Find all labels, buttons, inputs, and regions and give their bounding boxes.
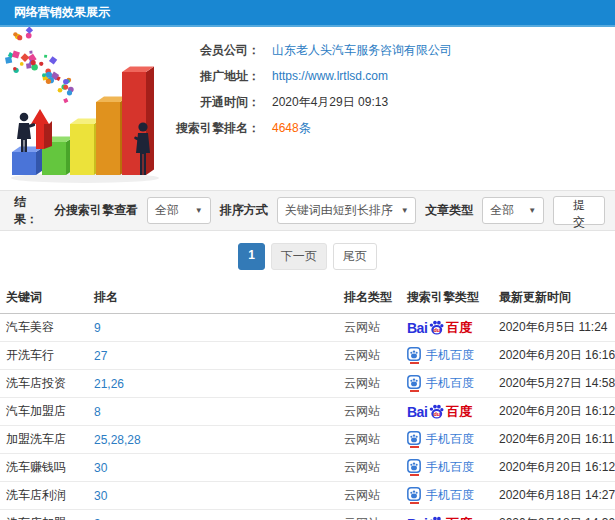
- keyword-cell: 洗车店投资: [0, 370, 90, 398]
- submit-button[interactable]: 提交: [553, 196, 605, 225]
- result-label: 结果：: [14, 194, 50, 228]
- engine-cell: Baidu百度: [403, 510, 495, 520]
- article-type-value: 全部: [490, 202, 514, 219]
- updated-cell: 2020年5月27日 14:58: [495, 370, 615, 398]
- rank-type-cell: 云网站: [340, 370, 403, 398]
- table-row[interactable]: 洗车店投资 21,26 云网站 手机百度 2020年5月27日 14:58: [0, 370, 615, 398]
- rank-type-cell: 云网站: [340, 314, 403, 342]
- engine-filter-select[interactable]: 全部 ▼: [147, 197, 211, 224]
- arrow-up-icon: [31, 109, 52, 149]
- rank-cell[interactable]: 30: [90, 454, 340, 482]
- header-keyword: 关键词: [0, 281, 90, 314]
- sort-filter-select[interactable]: 关键词由短到长排序 ▼: [277, 197, 417, 224]
- table-row[interactable]: 洗车赚钱吗 30 云网站 手机百度 2020年6月20日 16:12: [0, 454, 615, 482]
- keyword-cell: 洗车店利润: [0, 482, 90, 510]
- keyword-cell: 洗车赚钱吗: [0, 454, 90, 482]
- header-engine-type: 搜索引擎类型: [403, 281, 495, 314]
- baidu-logo: Baidu百度: [407, 515, 472, 520]
- article-type-label: 文章类型: [425, 202, 473, 219]
- rank-count-unit: 条: [299, 121, 311, 135]
- rank-cell[interactable]: 3: [90, 510, 340, 520]
- sort-filter-value: 关键词由短到长排序: [285, 202, 393, 219]
- info-section: 会员公司：山东老人头汽车服务咨询有限公司推广地址：https://www.lrt…: [0, 27, 615, 190]
- rank-type-cell: 云网站: [340, 426, 403, 454]
- table-row[interactable]: 开洗车行 27 云网站 手机百度 2020年6月20日 16:16: [0, 342, 615, 370]
- engine-cell: 手机百度: [403, 426, 495, 454]
- chevron-down-icon: ▼: [528, 206, 536, 215]
- sort-filter-label: 排序方式: [220, 202, 268, 219]
- mobile-baidu-paw-icon: [407, 431, 421, 445]
- pagination-page-1[interactable]: 1: [238, 243, 265, 270]
- rank-cell[interactable]: 9: [90, 314, 340, 342]
- engine-cell: 手机百度: [403, 482, 495, 510]
- rank-type-cell: 云网站: [340, 510, 403, 520]
- mobile-baidu-paw-icon: [407, 347, 421, 361]
- engine-filter-label: 分搜索引擎查看: [54, 202, 138, 219]
- info-row: 开通时间：2020年4月29日 09:13: [165, 89, 615, 115]
- info-label: 推广地址：: [165, 68, 260, 85]
- engine-cell: 手机百度: [403, 454, 495, 482]
- engine-filter-value: 全部: [155, 202, 179, 219]
- mobile-baidu-logo: 手机百度: [407, 459, 474, 476]
- baidu-paw-icon: du: [428, 515, 445, 520]
- rank-cell[interactable]: 27: [90, 342, 340, 370]
- rank-cell[interactable]: 30: [90, 482, 340, 510]
- pagination-last-button[interactable]: 尾页: [333, 243, 377, 270]
- page: 网络营销效果展示: [0, 0, 615, 520]
- info-row: 推广地址：https://www.lrtlsd.com: [165, 63, 615, 89]
- info-row: 会员公司：山东老人头汽车服务咨询有限公司: [165, 37, 615, 63]
- mobile-baidu-paw-icon: [407, 375, 421, 389]
- keyword-cell: 开洗车行: [0, 342, 90, 370]
- table-row[interactable]: 汽车美容 9 云网站 Baidu百度 2020年6月5日 11:24: [0, 314, 615, 342]
- table-header-row: 关键词 排名 排名类型 搜索引擎类型 最新更新时间: [0, 281, 615, 314]
- bar-chart-illustration: [0, 27, 165, 187]
- header-rank-type: 排名类型: [340, 281, 403, 314]
- mobile-baidu-paw-icon: [407, 459, 421, 473]
- svg-text:du: du: [434, 327, 441, 333]
- updated-cell: 2020年6月18日 14:27: [495, 482, 615, 510]
- updated-cell: 2020年6月18日 14:30: [495, 510, 615, 520]
- updated-cell: 2020年6月20日 16:16: [495, 342, 615, 370]
- mobile-baidu-logo: 手机百度: [407, 431, 474, 448]
- table-row[interactable]: 洗车店加盟 3 云网站 Baidu百度 2020年6月18日 14:30: [0, 510, 615, 520]
- table-row[interactable]: 汽车加盟店 8 云网站 Baidu百度 2020年6月20日 16:12: [0, 398, 615, 426]
- info-value: 4648条: [272, 120, 311, 137]
- page-header: 网络营销效果展示: [0, 0, 615, 27]
- article-type-select[interactable]: 全部 ▼: [482, 197, 544, 224]
- mobile-baidu-logo: 手机百度: [407, 375, 474, 392]
- info-value: 2020年4月29日 09:13: [272, 94, 388, 111]
- baidu-logo: Baidu百度: [407, 319, 472, 337]
- rank-cell[interactable]: 25,28,28: [90, 426, 340, 454]
- keyword-ranking-table: 关键词 排名 排名类型 搜索引擎类型 最新更新时间 汽车美容 9 云网站 Bai…: [0, 281, 615, 520]
- businessman-left: [17, 113, 36, 152]
- filter-bar: 结果： 分搜索引擎查看 全部 ▼ 排序方式 关键词由短到长排序 ▼ 文章类型 全…: [0, 190, 615, 231]
- pagination: 1 下一页 尾页: [0, 231, 615, 281]
- baidu-logo: Baidu百度: [407, 403, 472, 421]
- rank-cell[interactable]: 21,26: [90, 370, 340, 398]
- rank-cell[interactable]: 8: [90, 398, 340, 426]
- keyword-cell: 汽车加盟店: [0, 398, 90, 426]
- chevron-down-icon: ▼: [401, 206, 409, 215]
- keyword-cell: 加盟洗车店: [0, 426, 90, 454]
- rank-type-cell: 云网站: [340, 454, 403, 482]
- table-row[interactable]: 加盟洗车店 25,28,28 云网站 手机百度 2020年6月20日 16:11: [0, 426, 615, 454]
- info-label: 搜索引擎排名：: [165, 120, 260, 137]
- engine-cell: 手机百度: [403, 342, 495, 370]
- updated-cell: 2020年6月20日 16:12: [495, 454, 615, 482]
- pagination-next-button[interactable]: 下一页: [271, 243, 327, 270]
- keyword-cell: 汽车美容: [0, 314, 90, 342]
- info-label: 开通时间：: [165, 94, 260, 111]
- svg-text:du: du: [434, 411, 441, 417]
- table-row[interactable]: 洗车店利润 30 云网站 手机百度 2020年6月18日 14:27: [0, 482, 615, 510]
- info-value[interactable]: https://www.lrtlsd.com: [272, 69, 388, 83]
- info-value[interactable]: 山东老人头汽车服务咨询有限公司: [272, 42, 452, 59]
- baidu-paw-icon: du: [428, 403, 445, 420]
- mobile-baidu-logo: 手机百度: [407, 347, 474, 364]
- page-title: 网络营销效果展示: [14, 4, 110, 21]
- engine-cell: 手机百度: [403, 370, 495, 398]
- updated-cell: 2020年6月20日 16:11: [495, 426, 615, 454]
- info-row: 搜索引擎排名：4648条: [165, 115, 615, 141]
- engine-cell: Baidu百度: [403, 398, 495, 426]
- chevron-down-icon: ▼: [195, 206, 203, 215]
- bar-chart-illustration-svg: [0, 27, 165, 187]
